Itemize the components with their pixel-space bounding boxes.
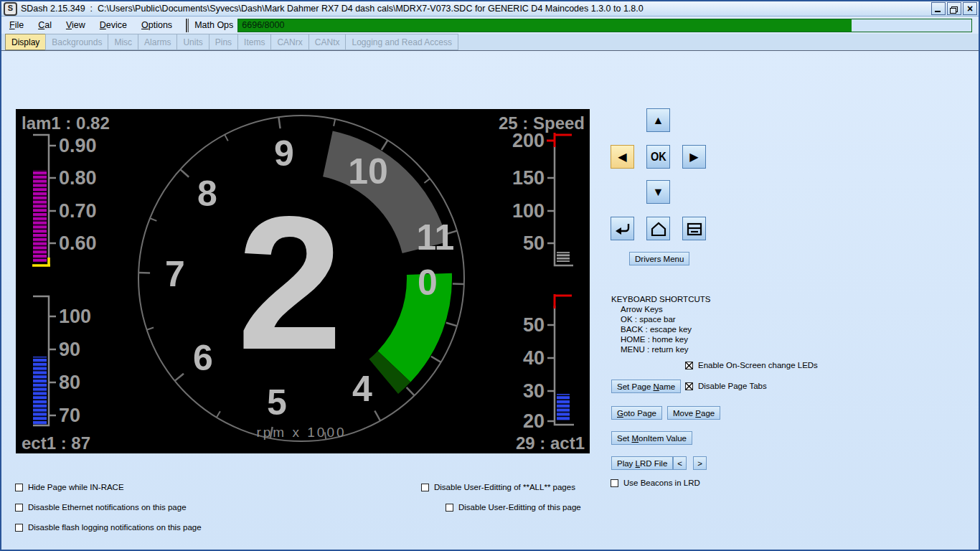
app-icon: S bbox=[4, 2, 17, 16]
menu-list-icon bbox=[685, 220, 704, 238]
hide-page-inrace-checkbox[interactable] bbox=[15, 484, 23, 491]
disable-flash-logging-row: Disasble flash logging notifications on … bbox=[15, 523, 202, 532]
ect1-tick-label: 80 bbox=[59, 372, 80, 393]
disable-ethernet-row: Disasble Ethernet notifications on this … bbox=[15, 503, 187, 512]
triangle-left-icon: ◀ bbox=[618, 150, 626, 164]
tab-backgrounds[interactable]: Backgrounds bbox=[45, 34, 108, 50]
lam1-tick-label: 0.80 bbox=[59, 167, 97, 189]
disable-flash-logging-checkbox[interactable] bbox=[15, 524, 23, 532]
tab-alarms[interactable]: Alarms bbox=[138, 34, 176, 50]
svg-text:0: 0 bbox=[418, 263, 438, 303]
disable-ethernet-checkbox[interactable] bbox=[15, 504, 23, 512]
menu-cal[interactable]: Cal bbox=[32, 18, 58, 32]
nav-left-button[interactable]: ◀ bbox=[611, 145, 634, 169]
speed-tick-label: 50 bbox=[523, 232, 545, 254]
speed-max-marker bbox=[547, 133, 572, 147]
tab-display[interactable]: Display bbox=[5, 34, 45, 50]
nav-home-button[interactable] bbox=[646, 217, 670, 240]
tab-items[interactable]: Items bbox=[237, 34, 270, 50]
triangle-right-icon: ▶ bbox=[689, 150, 698, 164]
tab-bar: Display Backgrounds Misc Alarms Units Pi… bbox=[1, 34, 979, 51]
home-icon bbox=[649, 220, 668, 238]
drivers-menu-button[interactable]: Drivers Menu bbox=[629, 252, 689, 265]
tab-units[interactable]: Units bbox=[176, 34, 208, 50]
set-monitem-value-button[interactable]: Set MonItem Value bbox=[611, 431, 692, 445]
speed-ticks bbox=[547, 178, 555, 243]
svg-text:6: 6 bbox=[193, 338, 213, 378]
nav-menu-button[interactable] bbox=[682, 217, 706, 240]
svg-text:7: 7 bbox=[165, 254, 185, 294]
act1-tick-label: 50 bbox=[523, 314, 545, 336]
speed-gauge: 25 : Speed 200 150 100 50 bbox=[499, 113, 585, 265]
nav-right-button[interactable]: ▶ bbox=[682, 145, 706, 169]
lrd-next-button[interactable]: > bbox=[693, 456, 707, 470]
hide-page-inrace-label: Hide Page while IN-RACE bbox=[28, 483, 124, 491]
svg-text:9: 9 bbox=[274, 133, 294, 174]
math-ops-label: Math Ops bbox=[194, 20, 233, 30]
lam1-gauge-title: lam1 : 0.82 bbox=[22, 113, 110, 133]
lam1-bar bbox=[33, 170, 47, 262]
disable-editing-page-checkbox[interactable] bbox=[446, 504, 453, 512]
menu-view[interactable]: View bbox=[60, 18, 92, 32]
lam1-gauge: lam1 : 0.82 0.90 0.80 0.70 0.60 bbox=[22, 113, 110, 265]
nav-up-button[interactable]: ▲ bbox=[646, 108, 670, 132]
svg-text:11: 11 bbox=[417, 217, 455, 258]
math-ops-progress-value: 6696/8000 bbox=[242, 20, 284, 30]
nav-down-button[interactable]: ▼ bbox=[646, 180, 670, 204]
act1-ticks bbox=[547, 325, 555, 421]
play-lrd-file-button[interactable]: Play LRD File bbox=[611, 456, 673, 470]
menu-bar: File Cal View Device Options Math Ops 66… bbox=[1, 17, 979, 34]
lrd-prev-button[interactable]: < bbox=[673, 456, 687, 470]
tab-canrx[interactable]: CANrx bbox=[270, 34, 308, 50]
svg-text:4: 4 bbox=[352, 369, 372, 409]
lam1-ticks bbox=[49, 146, 56, 243]
tab-cantx[interactable]: CANtx bbox=[308, 34, 346, 50]
disable-editing-page-row: Disable User-Editting of this page bbox=[446, 503, 581, 512]
goto-page-button[interactable]: Goto Page bbox=[611, 406, 662, 420]
tab-pins[interactable]: Pins bbox=[209, 34, 237, 50]
set-page-name-button[interactable]: Set Page Name bbox=[611, 380, 681, 393]
back-arrow-icon bbox=[613, 220, 632, 238]
triangle-down-icon: ▼ bbox=[653, 186, 664, 199]
close-button[interactable]: × bbox=[963, 2, 977, 15]
speed-tick-label: 150 bbox=[512, 167, 545, 189]
dash-preview-panel[interactable]: lam1 : 0.82 0.90 0.80 0.70 0.60 100 90 8… bbox=[16, 109, 590, 453]
tachometer: 0 4 5 6 7 8 9 10 11 2 rpm x 1000 bbox=[138, 116, 464, 441]
enable-onscreen-leds-label: Enable On-Screen change LEDs bbox=[698, 361, 818, 369]
triangle-up-icon: ▲ bbox=[653, 114, 664, 127]
svg-text:8: 8 bbox=[197, 174, 217, 214]
tab-misc[interactable]: Misc bbox=[108, 34, 138, 50]
rpm-unit-label: rpm x 1000 bbox=[256, 425, 346, 440]
enable-onscreen-leds-checkbox[interactable] bbox=[685, 362, 693, 369]
nav-back-button[interactable] bbox=[611, 217, 634, 240]
use-beacons-label: Use Beacons in LRD bbox=[623, 479, 700, 487]
disable-editing-all-checkbox[interactable] bbox=[421, 484, 429, 491]
act1-tick-label: 30 bbox=[523, 380, 545, 402]
act1-gauge: 50 40 30 20 29 : act1 bbox=[516, 294, 585, 453]
speed-tick-label: 200 bbox=[512, 130, 545, 151]
disable-editing-all-label: Disable User-Editting of **ALL** pages bbox=[434, 483, 575, 491]
act1-gauge-title: 29 : act1 bbox=[516, 433, 585, 453]
math-ops-progress-fill bbox=[238, 19, 852, 32]
act1-tick-label: 20 bbox=[523, 410, 545, 432]
disable-page-tabs-checkbox[interactable] bbox=[685, 382, 693, 390]
title-bar: S SDash 2.15.349 : C:\Users\Public\Docum… bbox=[1, 1, 979, 17]
disable-editing-all-row: Disable User-Editting of **ALL** pages bbox=[421, 483, 575, 491]
ect1-tick-label: 100 bbox=[59, 306, 91, 327]
restore-button[interactable] bbox=[947, 2, 961, 15]
lam1-tick-label: 0.60 bbox=[59, 232, 97, 254]
ect1-tick-label: 70 bbox=[59, 405, 80, 426]
disable-editing-page-label: Disable User-Editting of this page bbox=[458, 503, 581, 512]
move-page-button[interactable]: Move Page bbox=[667, 406, 720, 420]
use-beacons-checkbox[interactable] bbox=[611, 479, 618, 487]
tab-logging-read-access[interactable]: Logging and Read Access bbox=[345, 34, 458, 50]
act1-tick-label: 40 bbox=[523, 347, 545, 369]
minimize-button[interactable] bbox=[931, 2, 946, 15]
nav-ok-button[interactable]: OK bbox=[646, 145, 670, 169]
menu-options[interactable]: Options bbox=[135, 18, 179, 32]
act1-max-marker bbox=[554, 294, 572, 309]
menu-file[interactable]: File bbox=[3, 18, 30, 32]
lam1-tick-label: 0.70 bbox=[59, 200, 97, 222]
lam1-tick-label: 0.90 bbox=[59, 135, 97, 156]
menu-device[interactable]: Device bbox=[93, 18, 133, 32]
